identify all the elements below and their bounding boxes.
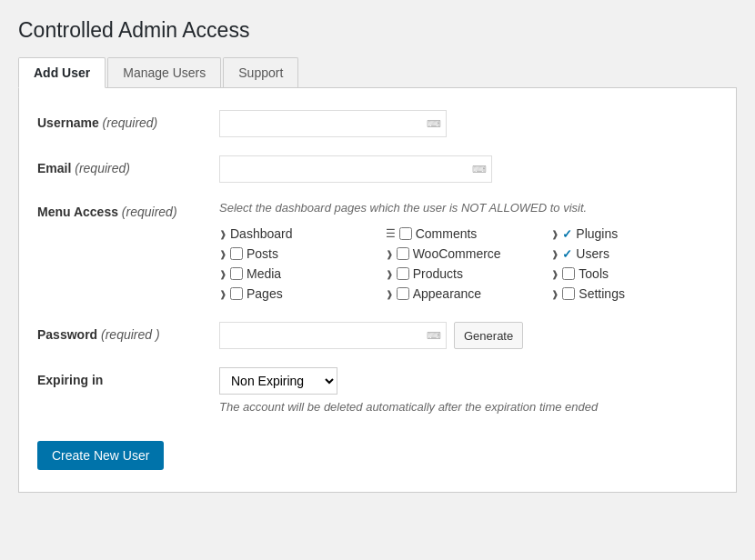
menu-item-label: Dashboard: [230, 226, 293, 241]
hamburger-icon: ☰: [386, 227, 396, 240]
users-check-mark: ✓: [562, 247, 572, 261]
menu-item-label: Appearance: [413, 286, 482, 301]
pages-checkbox[interactable]: [230, 287, 243, 300]
chevron-icon[interactable]: ❱: [386, 289, 393, 299]
username-row: Username (required) ⌨: [37, 110, 718, 137]
menu-item-label: Plugins: [576, 226, 618, 241]
tab-manage-users[interactable]: Manage Users: [107, 57, 221, 87]
chevron-icon[interactable]: ❱: [219, 229, 226, 239]
menu-access-row: Menu Access (required) Select the dashbo…: [37, 201, 718, 304]
list-item: ❱ ✓ Users: [551, 244, 718, 264]
list-item: ❱ ✓ Plugins: [551, 224, 718, 244]
menu-access-description: Select the dashboard pages which the use…: [219, 201, 718, 215]
email-input-wrapper: ⌨: [219, 155, 718, 183]
list-item: ❱ Settings: [551, 284, 718, 304]
expiring-select[interactable]: Non Expiring 1 Day 1 Week 1 Month 3 Mont…: [219, 367, 337, 395]
list-item: ❱ Products: [386, 264, 552, 284]
chevron-icon[interactable]: ❱: [551, 249, 559, 259]
chevron-icon[interactable]: ❱: [219, 289, 226, 299]
expiring-row: Expiring in Non Expiring 1 Day 1 Week 1 …: [37, 367, 718, 414]
menu-grid: ❱ Dashboard ❱ Posts ❱ Media ❱: [219, 224, 718, 304]
menu-item-label: Comments: [416, 226, 478, 241]
comments-checkbox[interactable]: [399, 227, 412, 240]
username-input-container: ⌨: [219, 110, 447, 137]
chevron-icon[interactable]: ❱: [219, 269, 226, 279]
email-required: (required): [75, 161, 130, 175]
email-input-container: ⌨: [219, 155, 492, 183]
menu-col-1: ☰ Comments ❱ WooCommerce ❱ Products: [386, 224, 552, 304]
menu-item-label: WooCommerce: [413, 246, 501, 261]
tab-bar: Add User Manage Users Support: [18, 57, 737, 88]
menu-item-label: Products: [413, 266, 463, 281]
menu-item-label: Pages: [247, 286, 283, 301]
username-input-wrapper: ⌨: [219, 110, 718, 137]
email-input[interactable]: [219, 155, 492, 183]
settings-checkbox[interactable]: [562, 287, 575, 300]
menu-access-required: (required): [122, 205, 177, 219]
menu-col-0: ❱ Dashboard ❱ Posts ❱ Media ❱: [219, 224, 386, 304]
list-item: ❱ Dashboard: [219, 224, 386, 244]
chevron-icon[interactable]: ❱: [386, 269, 393, 279]
username-label: Username (required): [37, 110, 219, 130]
username-required: (required): [103, 115, 158, 130]
chevron-icon[interactable]: ❱: [551, 269, 559, 279]
list-item: ❱ Posts: [219, 244, 386, 264]
plugins-check-mark: ✓: [562, 227, 572, 241]
menu-access-content: Select the dashboard pages which the use…: [219, 201, 718, 304]
posts-checkbox[interactable]: [230, 247, 243, 260]
generate-button[interactable]: Generate: [454, 322, 523, 349]
create-button-row: Create New User: [37, 432, 718, 470]
chevron-icon[interactable]: ❱: [219, 249, 226, 259]
list-item: ❱ Pages: [219, 284, 386, 304]
panel-add-user: Username (required) ⌨ Email (required) ⌨…: [18, 88, 737, 493]
expiring-label: Expiring in: [37, 367, 219, 387]
password-label: Password (required ): [37, 322, 219, 342]
chevron-icon[interactable]: ❱: [551, 229, 559, 239]
username-input[interactable]: [219, 110, 447, 137]
menu-item-label: Users: [576, 246, 609, 261]
woocommerce-checkbox[interactable]: [397, 247, 409, 260]
email-row: Email (required) ⌨: [37, 155, 718, 183]
password-input-container: ⌨: [219, 322, 447, 349]
create-new-user-button[interactable]: Create New User: [37, 441, 164, 470]
menu-item-label: Media: [247, 266, 281, 281]
password-row: Password (required ) ⌨ Generate: [37, 322, 718, 349]
media-checkbox[interactable]: [230, 267, 243, 280]
appearance-checkbox[interactable]: [397, 287, 409, 300]
chevron-icon[interactable]: ❱: [551, 289, 559, 299]
tab-support[interactable]: Support: [223, 57, 298, 87]
list-item: ❱ WooCommerce: [386, 244, 552, 264]
tab-add-user[interactable]: Add User: [18, 57, 106, 88]
password-input[interactable]: [219, 322, 447, 349]
expiring-input-wrapper: Non Expiring 1 Day 1 Week 1 Month 3 Mont…: [219, 367, 718, 414]
menu-item-label: Settings: [579, 286, 625, 301]
tools-checkbox[interactable]: [562, 267, 575, 280]
expiring-description: The account will be deleted automaticall…: [219, 400, 718, 414]
email-label: Email (required): [37, 155, 219, 175]
list-item: ❱ Media: [219, 264, 386, 284]
page-title: Controlled Admin Access: [18, 18, 737, 43]
products-checkbox[interactable]: [397, 267, 409, 280]
menu-item-label: Tools: [579, 266, 609, 281]
password-input-wrapper: ⌨ Generate: [219, 322, 718, 349]
menu-item-label: Posts: [247, 246, 278, 261]
menu-access-label: Menu Access (required): [37, 201, 219, 219]
chevron-icon[interactable]: ❱: [386, 249, 393, 259]
list-item: ❱ Appearance: [386, 284, 552, 304]
password-required: (required ): [101, 327, 160, 342]
menu-col-2: ❱ ✓ Plugins ❱ ✓ Users ❱ Tools: [551, 224, 718, 304]
list-item: ❱ Tools: [551, 264, 718, 284]
list-item: ☰ Comments: [386, 224, 552, 244]
